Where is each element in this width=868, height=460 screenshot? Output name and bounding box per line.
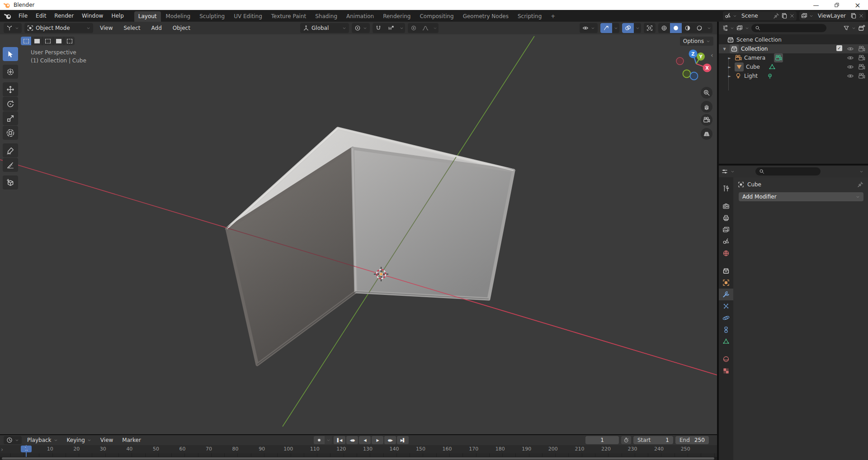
workspace-tab-geometry-nodes[interactable]: Geometry Nodes (459, 11, 513, 22)
select-mode-extend[interactable] (32, 37, 42, 45)
pin-icon[interactable] (857, 181, 863, 188)
selectable-checkbox[interactable]: ✓ (836, 45, 842, 51)
hide-viewport-eye-icon[interactable] (847, 72, 854, 80)
workspace-tab-modeling[interactable]: Modeling (162, 11, 195, 22)
editor-type-selector[interactable] (4, 23, 22, 33)
chevron-down-icon[interactable] (731, 170, 735, 174)
menu-marker[interactable]: Marker (118, 437, 144, 443)
menu-render[interactable]: Render (50, 10, 78, 22)
outliner-item-label[interactable]: Camera (744, 55, 765, 61)
shading-wireframe-button[interactable] (658, 23, 670, 33)
tool-move[interactable] (3, 82, 18, 96)
properties-editor-icon[interactable] (722, 168, 728, 175)
menu-file[interactable]: File (14, 10, 32, 22)
new-collection-icon[interactable] (858, 24, 865, 32)
outliner-row-camera[interactable]: ►Camera (719, 53, 868, 62)
workspace-tab-scripting[interactable]: Scripting (514, 11, 546, 22)
unlink-scene-icon[interactable] (789, 13, 795, 19)
transform-orientation-selector[interactable]: Global (300, 23, 349, 33)
zoom-button[interactable] (701, 87, 712, 99)
start-frame-field[interactable]: Start 1 (633, 436, 673, 444)
disable-render-camera-icon[interactable] (858, 63, 865, 71)
play-button[interactable]: ▶ (372, 436, 383, 444)
tool-scale[interactable] (3, 111, 18, 125)
chevron-down-icon[interactable] (730, 26, 734, 30)
outliner-item-label[interactable]: Cube (746, 64, 760, 70)
disclosure-closed-icon[interactable]: ► (726, 74, 732, 78)
workspace-tab-add[interactable]: + (547, 11, 559, 22)
select-mode-subtract[interactable] (42, 37, 53, 45)
properties-tab-view-layer[interactable] (719, 224, 733, 236)
pan-button[interactable] (701, 101, 712, 113)
workspace-tab-compositing[interactable]: Compositing (415, 11, 458, 22)
tool-cursor[interactable] (3, 65, 18, 79)
cube-object[interactable] (227, 128, 514, 365)
tool-rotate[interactable] (3, 97, 18, 111)
menu-view[interactable]: View (96, 25, 117, 31)
disclosure-closed-icon[interactable]: ► (726, 65, 732, 69)
axis-neg-y[interactable] (683, 70, 691, 78)
pin-icon[interactable] (773, 13, 779, 19)
select-mode-intersect[interactable] (64, 37, 75, 45)
current-frame-field[interactable]: 1 (585, 436, 619, 444)
use-preview-range-button[interactable] (621, 436, 631, 444)
outliner-editor-icon[interactable] (722, 25, 728, 31)
timeline-ruler[interactable]: 1102030405060708090100110120130140150160… (0, 445, 717, 453)
tool-annotate[interactable] (3, 143, 18, 157)
visibility-selector[interactable] (580, 23, 598, 33)
properties-tab-data[interactable] (719, 336, 733, 347)
tool-tweak-select[interactable] (3, 47, 18, 61)
disable-render-camera-icon[interactable] (858, 45, 865, 52)
hide-viewport-eye-icon[interactable] (847, 63, 854, 71)
scene-selector[interactable]: Scene (723, 11, 797, 20)
jump-to-end-button[interactable]: ▶▌ (397, 436, 409, 444)
snap-toggle[interactable] (373, 23, 384, 33)
play-reverse-button[interactable]: ◀ (359, 436, 371, 444)
shading-dropdown[interactable] (705, 23, 712, 33)
navigation-gizmo[interactable]: Z Y X (675, 44, 717, 88)
timeline-scrollbar[interactable] (0, 457, 717, 460)
minimize-button[interactable]: — (806, 0, 826, 10)
properties-tab-collection[interactable] (719, 265, 733, 277)
proportional-edit-toggle[interactable] (408, 23, 420, 33)
outliner-item-label[interactable]: Collection (741, 46, 768, 52)
properties-options-dropdown[interactable] (859, 170, 863, 174)
camera-data-icon[interactable] (774, 53, 783, 62)
gizmos-dropdown[interactable] (612, 23, 619, 33)
outliner-row-light[interactable]: ►Light (719, 71, 868, 81)
jump-to-start-button[interactable]: ▌◀ (334, 436, 345, 444)
properties-tab-output[interactable] (719, 212, 733, 224)
new-scene-icon[interactable] (781, 13, 788, 19)
playhead[interactable] (26, 445, 27, 457)
end-frame-field[interactable]: End 250 (675, 436, 709, 444)
properties-tab-material[interactable] (719, 353, 733, 365)
previous-keyframe-button[interactable]: ◀◆ (346, 436, 358, 444)
viewport-canvas[interactable]: Options User Perspective (1) Collection … (0, 34, 717, 434)
workspace-tab-sculpting[interactable]: Sculpting (195, 11, 229, 22)
perspective-toggle-button[interactable] (701, 128, 712, 140)
outliner-row-cube[interactable]: ►Cube (719, 62, 868, 71)
disable-render-camera-icon[interactable] (858, 72, 865, 80)
workspace-tab-shading[interactable]: Shading (311, 11, 341, 22)
shading-material-button[interactable] (682, 23, 693, 33)
camera-view-button[interactable] (701, 114, 712, 126)
properties-tab-constraints[interactable] (719, 324, 733, 336)
hide-viewport-eye-icon[interactable] (847, 54, 854, 62)
chevron-down-icon[interactable] (745, 26, 749, 30)
pivot-point-selector[interactable] (352, 23, 370, 33)
restore-button[interactable] (826, 0, 847, 10)
menu-view[interactable]: View (97, 437, 117, 443)
properties-tab-texture[interactable] (719, 365, 733, 377)
overlays-dropdown[interactable] (634, 23, 641, 33)
xray-toggle[interactable] (644, 23, 656, 33)
scrollbar-thumb[interactable] (2, 457, 714, 460)
disclosure-open-icon[interactable]: ▼ (722, 47, 727, 51)
menu-window[interactable]: Window (78, 10, 107, 22)
menu-edit[interactable]: Edit (32, 10, 50, 22)
chevron-down-icon[interactable] (852, 26, 856, 30)
shading-solid-button[interactable] (670, 23, 682, 33)
properties-tab-tool[interactable] (719, 183, 733, 194)
sidebar-collapse-arrow[interactable]: ‹ (711, 52, 713, 59)
outliner-item-label[interactable]: Light (744, 73, 758, 79)
menu-add[interactable]: Add (147, 25, 166, 31)
